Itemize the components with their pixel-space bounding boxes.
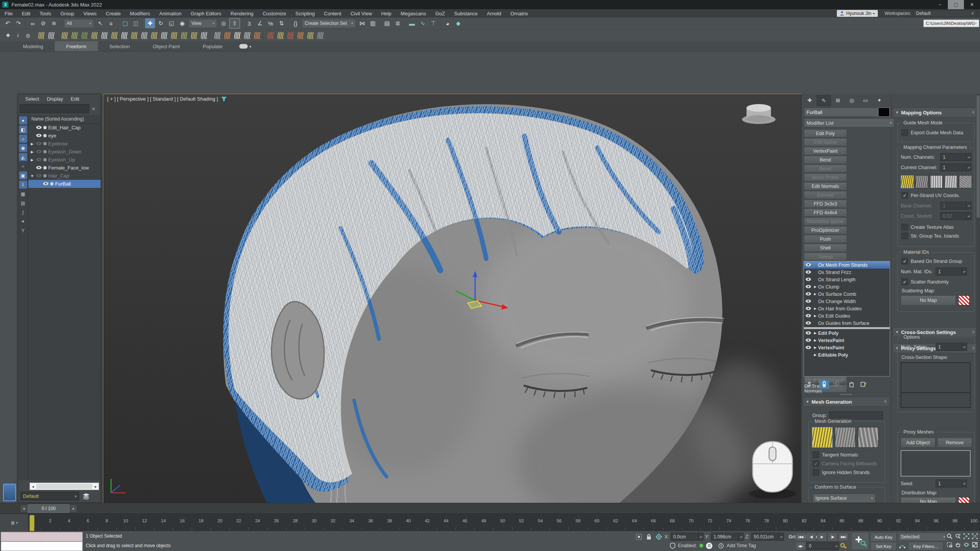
modifier-button-ffd-3x3x3[interactable]: FFD 3x3x3 (804, 200, 847, 208)
expand-arrow-icon[interactable]: ▶ (813, 353, 817, 357)
zoom-all-icon[interactable] (954, 532, 962, 540)
object-name-field[interactable]: FurBall (804, 108, 880, 117)
named-selection-sets-dropdown[interactable]: Create Selection Set▾ (302, 19, 356, 28)
stack-item-vertexpaint[interactable]: ▶VertexPaint (804, 337, 890, 344)
select-by-name-icon[interactable]: ≡ (106, 18, 116, 28)
select-and-scale-icon[interactable]: ◱ (167, 18, 176, 28)
scroll-right-icon[interactable]: ▸ (93, 483, 99, 489)
rollout-mapping-options[interactable]: ▼ Mapping Options ⠿ (893, 108, 978, 117)
scattering-map-button[interactable]: No Map (901, 295, 956, 305)
ornatrix-tool-10-icon[interactable] (80, 31, 89, 40)
expand-arrow-icon[interactable]: ▼ (30, 174, 34, 178)
spinner-arrows-icon[interactable]: ▴▾ (962, 480, 967, 487)
modifier-button-ffd-4x4x4[interactable]: FFD 4x4x4 (804, 209, 847, 217)
utilities-tab[interactable]: ✦ (873, 95, 886, 105)
time-tag-icon[interactable] (718, 543, 724, 549)
scatter-randomly-checkbox[interactable]: ✓ (902, 279, 908, 285)
ornatrix-tool-31-icon[interactable] (276, 31, 285, 40)
ornatrix-tool-5-icon[interactable] (37, 31, 46, 40)
new-key-default-icon[interactable] (898, 542, 906, 549)
create-tab[interactable]: ✚ (803, 95, 816, 105)
filter-geometry-icon[interactable]: ● (19, 116, 27, 124)
close-button[interactable]: ✕ (964, 0, 980, 9)
current-frame-spinner[interactable]: 0▴▾ (806, 542, 839, 550)
cross-section-shape-strip[interactable] (901, 393, 970, 408)
menu-views[interactable]: Views (79, 11, 101, 16)
visibility-eye-icon[interactable] (805, 321, 811, 325)
remove-button[interactable]: Remove (938, 438, 972, 447)
explorer-name-header[interactable]: Name (Sorted Ascending) (28, 115, 101, 124)
stack-end-result-divider[interactable] (804, 327, 890, 329)
tree-item-eyelash_up[interactable]: ▶Eyelash_Up (28, 156, 101, 164)
shield-icon[interactable] (670, 543, 675, 549)
num-mat-ids-spinner[interactable]: 1▴▾ (936, 267, 967, 276)
menu-goz[interactable]: GoZ (431, 11, 449, 16)
ornatrix-tool-17-icon[interactable] (150, 31, 159, 40)
uv-mode-3-thumbnail[interactable] (930, 175, 943, 188)
ornatrix-tool-28-icon[interactable] (253, 31, 262, 40)
spinner-arrows-icon[interactable]: ▴▾ (834, 542, 839, 550)
ornatrix-tool-25-icon[interactable] (223, 31, 232, 40)
show-end-result-icon[interactable] (819, 380, 829, 389)
panel-scrollbar[interactable] (976, 94, 980, 506)
ornatrix-tool-8-icon[interactable] (60, 31, 69, 40)
snaps-toggle-icon[interactable]: 3 (244, 18, 254, 28)
modifier-button-vertexpaint[interactable]: VertexPaint (804, 147, 847, 155)
layers-icon[interactable] (82, 493, 90, 500)
filter-helpers-icon[interactable]: ◭ (19, 153, 27, 161)
menu-create[interactable]: Create (101, 11, 125, 16)
key-mode-toggle-icon[interactable]: ◀▶ (795, 542, 805, 550)
filter-grids-icon[interactable]: ▦ (19, 190, 27, 198)
visibility-eye-icon[interactable] (805, 306, 811, 310)
mesh-mode-billboard-thumbnail[interactable] (835, 427, 856, 448)
zoom-extents-selected-icon[interactable] (962, 532, 970, 540)
go-to-start-button[interactable]: |◀◀ (795, 533, 805, 541)
use-pivot-point-icon[interactable]: ◎ (219, 18, 229, 28)
proxy-meshes-listbox[interactable] (901, 450, 970, 476)
filter-lights-icon[interactable]: ☼ (19, 135, 27, 143)
menu-modifiers[interactable]: Modifiers (125, 11, 155, 16)
stack-item-vertexpaint[interactable]: ▶VertexPaint (804, 344, 890, 351)
camera-facing-billboards-checkbox[interactable]: ✓ (813, 460, 819, 467)
ornatrix-tool-27-icon[interactable] (243, 31, 252, 40)
spinner-arrows-icon[interactable]: ▴▾ (962, 343, 967, 350)
visibility-eye-icon[interactable] (805, 314, 811, 318)
expand-arrow-icon[interactable]: ▶ (813, 285, 817, 289)
project-path-field[interactable]: C:\Users\JIN\Desktop\WG▾ (923, 20, 979, 27)
absolute-offset-mode-icon[interactable] (655, 533, 663, 541)
menu-tools[interactable]: Tools (35, 11, 56, 16)
docked-panel-tab[interactable] (3, 484, 16, 501)
menu-content[interactable]: Content (319, 11, 346, 16)
modifier-list-dropdown[interactable]: Modifier List ▾ (804, 118, 894, 127)
export-guide-mesh-checkbox[interactable] (902, 129, 908, 136)
workspace-dropdown[interactable]: Default ▾ (913, 10, 976, 17)
menu-civil-view[interactable]: Civil View (346, 11, 377, 16)
visibility-eye-icon[interactable] (805, 338, 811, 342)
uv-mode-1-thumbnail[interactable] (901, 175, 914, 188)
tree-item-furball[interactable]: FurBall (28, 180, 101, 188)
z-coordinate-spinner[interactable]: 50.011cm▴▾ (751, 533, 784, 541)
ornatrix-tool-30-icon[interactable] (266, 31, 275, 40)
modify-tab[interactable]: ✎ (817, 95, 831, 106)
visibility-eye-icon[interactable] (36, 142, 42, 145)
spinner-arrows-icon[interactable]: ▴▾ (962, 268, 967, 275)
maxscript-listener-white[interactable] (1, 541, 83, 551)
menu-arnold[interactable]: Arnold (482, 11, 506, 16)
ornatrix-tool-34-icon[interactable] (306, 31, 315, 40)
bind-to-space-warp-icon[interactable]: ≋ (49, 18, 59, 28)
y-coordinate-spinner[interactable]: 1.096cm▴▾ (711, 533, 744, 541)
pan-icon[interactable] (954, 541, 962, 548)
menu-substance[interactable]: Substance (449, 11, 482, 16)
expand-arrow-icon[interactable]: ▶ (30, 150, 34, 154)
ornatrix-tool-32-icon[interactable] (286, 31, 295, 40)
ornatrix-tool-12-icon[interactable] (100, 31, 109, 40)
minimize-button[interactable]: – (932, 0, 948, 9)
orbit-icon[interactable] (962, 541, 970, 548)
spinner-snap-icon[interactable]: ⇅ (276, 18, 286, 28)
menu-scripting[interactable]: Scripting (291, 11, 320, 16)
edit-named-selection-sets-icon[interactable]: {} (291, 18, 301, 28)
visibility-eye-icon[interactable] (805, 346, 811, 349)
filter-shapes-icon[interactable]: ◧ (19, 126, 27, 134)
explorer-hscrollbar[interactable]: ◂ ▸ (29, 483, 99, 490)
visibility-eye-icon[interactable] (36, 158, 42, 161)
